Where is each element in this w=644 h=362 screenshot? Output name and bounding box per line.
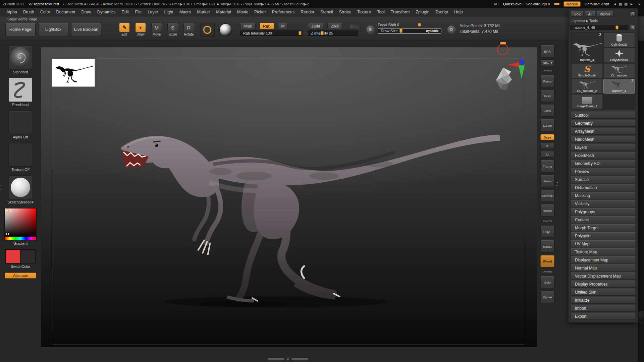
goz-all-button[interactable]: All [585,11,595,17]
menu-item[interactable]: Movie [234,8,251,16]
shelf-button[interactable]: Transp [540,240,554,252]
stroke-picker[interactable]: FreeHand [9,78,32,107]
menu-item[interactable]: Marker [194,8,213,16]
lightbox-tools-bar[interactable]: Lightbox►Tools [571,18,636,23]
scrollbar-right[interactable] [291,358,308,360]
tool-thumb[interactable]: 2 raptorrr_4 [603,79,635,94]
texture-picker[interactable]: Texture Off [9,143,32,172]
viewport-canvas[interactable] [41,47,537,347]
tool-section-header[interactable]: Morph Target [571,224,636,231]
shelf-button[interactable]: SPix 3 [540,60,554,66]
brush-picker[interactable]: Standard [9,46,32,74]
brush-thumbnail[interactable] [9,46,32,69]
tool-section-header[interactable]: FiberMesh [571,152,636,159]
axis-z-square-icon[interactable] [520,60,524,65]
tool-thumb[interactable]: Cylinder3D [603,33,635,47]
goz-button[interactable]: GoZ [571,11,584,17]
dots-badge[interactable]: D [447,25,455,34]
alpha-picker[interactable]: Alpha Off [9,111,32,139]
home-page-button[interactable]: Home Page [5,23,36,36]
shelf-button[interactable]: Dynamic [540,69,554,72]
slider-handle[interactable] [399,29,402,33]
shelf-button[interactable]: Frame [540,160,554,172]
mrgb-button[interactable]: Mrgb [240,23,256,29]
tool-section-header[interactable]: NanoMesh [571,136,636,143]
shelf-button[interactable]: Local [540,105,554,117]
color-selector[interactable] [6,209,9,213]
rgb-intensity-slider[interactable]: Rgb Intensity 100 [240,31,303,36]
focal-shift-track[interactable] [401,23,433,27]
axis-y-arrow-icon[interactable] [519,65,525,79]
menu-item[interactable]: Light [161,8,176,16]
menus-button[interactable]: Menus [564,1,581,7]
shelf-button[interactable]: PolyF [540,226,554,238]
menu-item[interactable]: Stencil [317,8,336,16]
tool-section-header[interactable]: Visibility [571,200,636,207]
scroll-down-icon[interactable] [287,359,289,361]
shelf-button[interactable]: Gxyz [540,134,554,140]
texture-thumbnail[interactable] [9,143,32,167]
material-picker[interactable]: SketchShaded4 [7,176,34,204]
tool-section-header[interactable]: Initialize [571,297,636,304]
tool-r-button[interactable]: R [630,25,636,30]
window-icon[interactable]: ▦ [619,2,622,6]
draw-size-slider[interactable]: Draw Size 14 Dynamic [378,28,441,34]
menu-item[interactable]: Macro [176,8,194,16]
shelf-button[interactable]: Ghost [540,255,554,267]
tool-section-header[interactable]: Surface [571,176,636,183]
see-through-handle[interactable] [554,3,559,5]
menu-item[interactable]: Dynamics [94,8,119,16]
menu-item[interactable]: Color [37,8,53,16]
stroke-thumbnail[interactable] [9,78,32,102]
tool-section-header[interactable]: Preview [571,168,636,175]
window-icon[interactable]: ► [630,2,634,6]
tool-section-header[interactable]: Normal Map [571,264,636,272]
zsub-button[interactable]: Zsub [327,23,343,29]
tool-name-slider[interactable]: raptorrr_4. 48 [571,25,628,30]
document-thumbnail[interactable] [52,59,95,87]
slider-handle[interactable] [615,25,619,29]
menu-item[interactable]: Layer [145,8,161,16]
stroke-badge[interactable]: S [366,25,374,34]
see-through-slider[interactable]: See-through 0 [526,2,550,6]
panel-resize-grip[interactable] [556,181,558,187]
tool-section-header[interactable]: Polygroups [571,208,636,215]
color-selector-secondary[interactable] [6,233,9,235]
tool-section-header[interactable]: Subtool [571,112,636,119]
shelf-button[interactable]: Zoom3D [540,190,554,202]
slider-handle[interactable] [418,23,421,26]
tool-section-header[interactable]: Masking [571,192,636,199]
tool-section-header[interactable]: Unified Skin [571,289,636,296]
tool-thumb[interactable]: PolyMesh3D [603,48,635,63]
material-thumbnail[interactable] [9,176,32,199]
tool-section-header[interactable]: Texture Map [571,248,636,255]
zcut-button[interactable]: Zcut [347,23,361,29]
menu-item[interactable]: Edit [119,8,132,16]
menu-item[interactable]: File [132,8,145,16]
collapse-arrow-icon[interactable] [0,184,1,191]
menu-item[interactable]: Brush [20,8,37,16]
menu-item[interactable]: Render [298,8,317,16]
tool-section-header[interactable]: Import [571,305,636,312]
slider-handle[interactable] [299,31,302,35]
shelf-button[interactable]: Persp [540,75,554,87]
alpha-thumbnail[interactable] [9,111,32,134]
brush-preview-button[interactable] [200,23,215,37]
zadd-button[interactable]: Zadd [308,23,323,29]
menu-item[interactable]: Transform [388,8,413,16]
default-zscript-button[interactable]: DefaultZScript [585,2,609,6]
tool-thumb[interactable]: CL_raptorrr_2 [571,79,603,94]
lightbox-button[interactable]: LightBox [38,23,68,36]
tool-thumb[interactable]: SimpleBrush [571,63,603,78]
menu-item[interactable]: Draw [78,8,94,16]
tool-section-header[interactable]: Vector Displacement Map [571,273,636,280]
tool-section-header[interactable]: Contact [571,216,636,223]
menu-item[interactable]: Zplugin [413,8,432,16]
tool-thumb[interactable]: 2 raptorrr_4 [571,33,603,63]
focal-shift-slider[interactable]: Focal Shift 0 [378,23,399,27]
axis-x-arrow-icon[interactable] [508,62,519,67]
tool-section-header[interactable]: Displacement Map [571,256,636,263]
tool-section-header[interactable]: Polypaint [571,232,636,239]
menu-item[interactable]: Texture [354,8,374,16]
main-color-swatch[interactable] [5,249,20,263]
